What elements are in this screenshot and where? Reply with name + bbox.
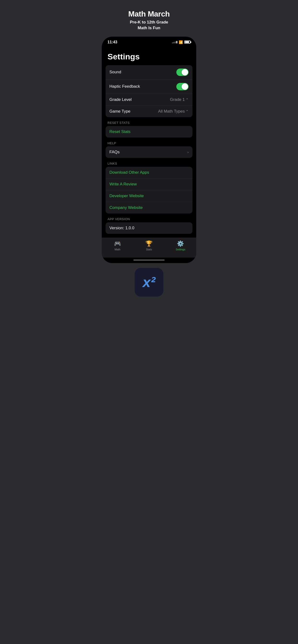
company-website-label: Company Website	[109, 205, 143, 210]
settings-tab-icon: ⚙️	[177, 240, 184, 247]
home-indicator	[102, 258, 196, 263]
help-card: FAQs ›	[106, 146, 192, 158]
app-subtitle: Pre-K to 12th Grade Math Is Fun	[104, 20, 194, 31]
game-type-label: Game Type	[109, 109, 130, 114]
write-review-row[interactable]: Write A Review	[106, 178, 192, 190]
main-settings-section: Sound Haptic Feedback Grade Level	[102, 65, 196, 117]
tab-math[interactable]: 🎮 Math	[102, 240, 133, 251]
tab-settings[interactable]: ⚙️ Settings	[165, 240, 196, 251]
help-section-label: HELP	[102, 138, 196, 146]
status-icons: 📶	[172, 40, 191, 44]
math-app-icon: x²	[135, 268, 163, 296]
links-section: LINKS Download Other Apps Write A Review…	[102, 158, 196, 214]
reset-stats-button[interactable]: Reset Stats	[109, 130, 130, 134]
grade-level-value: Grade 1 ⌃	[170, 97, 189, 102]
page-wrapper: Math March Pre-K to 12th Grade Math Is F…	[99, 0, 199, 299]
download-other-apps-row[interactable]: Download Other Apps	[106, 167, 192, 178]
faqs-label: FAQs	[109, 150, 120, 154]
reset-stats-section-label: RESET STATS	[102, 117, 196, 126]
reset-stats-card: Reset Stats	[106, 126, 192, 138]
app-icon-section: x²	[99, 263, 199, 299]
grade-level-label: Grade Level	[109, 97, 132, 102]
write-review-label: Write A Review	[109, 182, 137, 187]
main-settings-card: Sound Haptic Feedback Grade Level	[106, 65, 192, 117]
links-section-label: LINKS	[102, 158, 196, 167]
faqs-row[interactable]: FAQs ›	[106, 146, 192, 158]
wifi-icon: 📶	[179, 40, 183, 44]
stats-tab-label: Stats	[146, 248, 152, 251]
math-tab-label: Math	[114, 248, 120, 251]
reset-stats-section: RESET STATS Reset Stats	[102, 117, 196, 138]
math-tab-icon: 🎮	[114, 240, 121, 247]
sound-label: Sound	[109, 70, 121, 74]
developer-website-label: Developer Website	[109, 194, 144, 198]
app-header: Math March Pre-K to 12th Grade Math Is F…	[99, 0, 199, 37]
signal-icon	[172, 41, 177, 43]
grade-chevron-icon: ⌃	[186, 98, 189, 102]
sound-row: Sound	[106, 65, 192, 80]
reset-stats-row[interactable]: Reset Stats	[106, 126, 192, 138]
haptic-label: Haptic Feedback	[109, 84, 140, 89]
developer-website-row[interactable]: Developer Website	[106, 190, 192, 202]
settings-tab-label: Settings	[176, 248, 185, 251]
phone-frame: 11:43 📶 Settings	[102, 37, 196, 263]
help-section: HELP FAQs ›	[102, 138, 196, 158]
app-title: Math March	[104, 10, 194, 18]
company-website-row[interactable]: Company Website	[106, 202, 192, 214]
home-bar	[133, 260, 165, 261]
haptic-row: Haptic Feedback	[106, 80, 192, 94]
haptic-toggle[interactable]	[176, 83, 189, 90]
faqs-chevron-icon: ›	[187, 150, 189, 154]
game-type-value: All Math Types ⌃	[158, 109, 189, 114]
battery-icon	[184, 40, 191, 44]
tab-bar: 🎮 Math 🏆 Stats ⚙️ Settings	[102, 238, 196, 258]
game-type-chevron-icon: ⌃	[186, 110, 189, 113]
stats-tab-icon: 🏆	[145, 240, 153, 247]
app-version-card: Version: 1.0.0	[106, 222, 192, 234]
download-other-apps-label: Download Other Apps	[109, 170, 149, 175]
sound-toggle[interactable]	[176, 68, 189, 76]
version-row: Version: 1.0.0	[106, 222, 192, 234]
app-version-section: APP VERSION Version: 1.0.0	[102, 214, 196, 234]
grade-level-row[interactable]: Grade Level Grade 1 ⌃	[106, 94, 192, 106]
version-text: Version: 1.0.0	[109, 226, 134, 230]
page-title: Settings	[102, 48, 196, 65]
app-version-section-label: APP VERSION	[102, 214, 196, 222]
game-type-row[interactable]: Game Type All Math Types ⌃	[106, 106, 192, 117]
status-time: 11:43	[107, 40, 117, 44]
screen-content: Settings Sound Haptic Feedback	[102, 46, 196, 238]
tab-stats[interactable]: 🏆 Stats	[133, 240, 165, 251]
links-card: Download Other Apps Write A Review Devel…	[106, 167, 192, 214]
status-bar: 11:43 📶	[102, 37, 196, 46]
